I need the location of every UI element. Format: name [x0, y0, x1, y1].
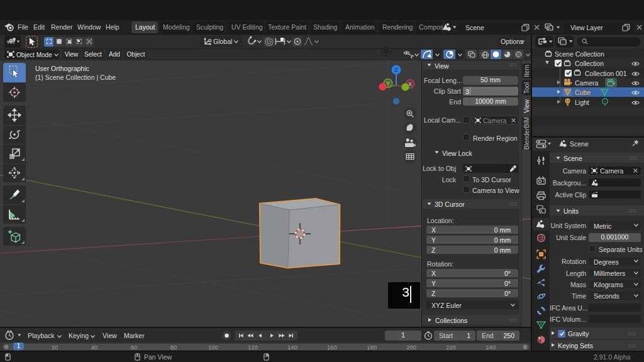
- svg-text:Y: Y: [386, 80, 390, 87]
- svg-text:Z: Z: [394, 67, 397, 73]
